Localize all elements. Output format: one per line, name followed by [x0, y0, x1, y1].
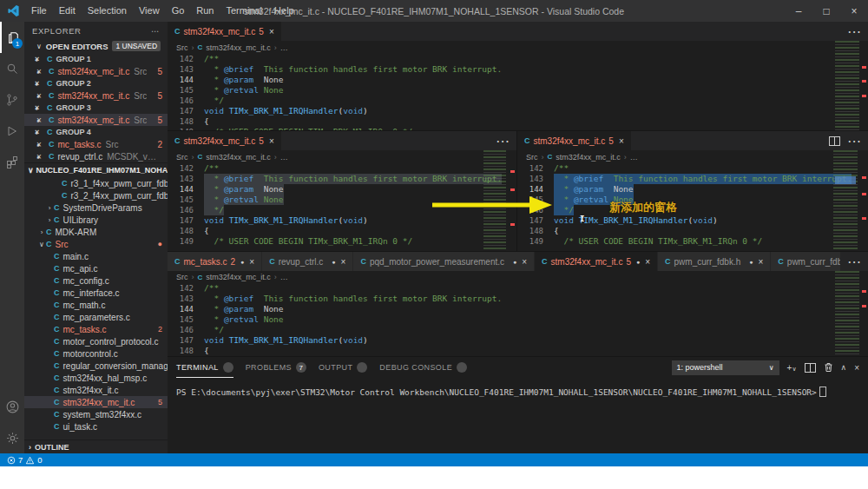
- code-line[interactable]: 148{: [168, 226, 516, 236]
- modified-dot-icon[interactable]: ●: [332, 259, 335, 265]
- tree-item[interactable]: › C SystemDriveParams: [24, 202, 168, 214]
- modified-dot-icon[interactable]: ●: [35, 105, 43, 111]
- code-line[interactable]: 142/**: [168, 283, 868, 294]
- menu-item[interactable]: Run: [190, 0, 220, 22]
- modified-dot-icon[interactable]: ●: [35, 81, 43, 87]
- terminal-output[interactable]: PS E:\documents\pyj\exer\STM32\Motor Con…: [168, 378, 868, 397]
- code-line[interactable]: 145 * @retval None: [168, 314, 868, 325]
- open-editor-item[interactable]: × ● C GROUP 3: [24, 102, 168, 114]
- modified-dot-icon[interactable]: ●: [35, 129, 43, 135]
- close-icon[interactable]: ×: [249, 257, 254, 267]
- menu-item[interactable]: Go: [166, 0, 191, 22]
- code-line[interactable]: 144 * @param None: [168, 75, 868, 85]
- sidebar-more-icon[interactable]: ⋯: [151, 26, 160, 36]
- split-editor-icon[interactable]: [829, 136, 840, 146]
- outline-section[interactable]: › OUTLINE: [24, 439, 168, 453]
- tree-item[interactable]: C mc_parameters.c: [24, 311, 168, 323]
- tree-item[interactable]: C r3_2_f4xx_pwm_curr_fdbk.c: [24, 189, 168, 202]
- modified-dot-icon[interactable]: ●: [36, 154, 45, 160]
- modified-dot-icon[interactable]: ●: [36, 69, 45, 75]
- code-line[interactable]: 144 * @param None: [517, 184, 868, 195]
- problems-status[interactable]: 7 0: [7, 455, 43, 465]
- open-editor-item[interactable]: × ● C revup_ctrl.c MCSDK_v5.4.4-Full...: [24, 150, 168, 162]
- editor-actions-icon[interactable]: ⋯: [847, 23, 861, 40]
- workspace-folder-header[interactable]: ∨ NUCLEO_F401RE_IHM07M1_NOHALL_1S...: [24, 162, 168, 177]
- code-line[interactable]: 147void TIMx_BRK_M1_IRQHandler(void): [168, 106, 868, 116]
- tree-item[interactable]: › C MDK-ARM: [24, 226, 168, 238]
- editor-tab[interactable]: C revup_ctrl.c ● ×: [262, 252, 353, 271]
- breadcrumb[interactable]: Src› C stm32f4xx_mc_it.c› …: [168, 41, 868, 54]
- code-line[interactable]: 147void TIMx_BRK_M1_IRQHandler(void): [168, 215, 516, 226]
- code-line[interactable]: 145 * @retval None: [168, 195, 516, 205]
- editor-actions-icon[interactable]: ⋯: [847, 254, 861, 270]
- search-icon[interactable]: [0, 53, 24, 84]
- open-editor-item[interactable]: × ● C stm32f4xx_mc_it.c Src 5: [24, 65, 168, 77]
- close-icon[interactable]: ×: [269, 136, 274, 146]
- menu-item[interactable]: File: [25, 0, 53, 22]
- code-line[interactable]: 144 * @param None: [168, 184, 516, 195]
- modified-dot-icon[interactable]: ●: [36, 93, 45, 99]
- close-icon[interactable]: ×: [269, 27, 274, 36]
- maximize-panel-icon[interactable]: ∧: [841, 363, 847, 372]
- code-line[interactable]: 145 * @retval None: [168, 85, 868, 96]
- minimap[interactable]: [835, 271, 859, 356]
- modified-dot-icon[interactable]: ●: [35, 56, 43, 63]
- tree-item[interactable]: C stm32f4xx_it.c: [24, 384, 168, 396]
- open-editor-item[interactable]: × ● C GROUP 2: [24, 77, 168, 89]
- minimap[interactable]: [833, 150, 858, 251]
- menu-item[interactable]: View: [133, 0, 166, 22]
- kill-terminal-icon[interactable]: [824, 362, 833, 373]
- code-line[interactable]: 146 */: [168, 325, 868, 335]
- code-editor[interactable]: 142/**143 * @brief This function handles…: [517, 163, 868, 247]
- new-terminal-icon[interactable]: +∨: [787, 363, 797, 373]
- tree-item[interactable]: C stm32f4xx_mc_it.c 5: [24, 396, 168, 408]
- close-panel-icon[interactable]: ×: [854, 363, 859, 373]
- code-line[interactable]: 144 * @param None: [168, 304, 868, 314]
- code-line[interactable]: 148{: [517, 226, 868, 236]
- panel-tab[interactable]: DEBUG CONSOLE: [379, 358, 467, 378]
- extensions-icon[interactable]: [0, 147, 24, 178]
- code-line[interactable]: 143 * @brief This function handles first…: [168, 294, 868, 304]
- code-line[interactable]: 147void TIMx_BRK_M1_IRQHandler(void): [517, 215, 868, 226]
- tree-item[interactable]: C mc_api.c: [24, 262, 168, 274]
- breadcrumb[interactable]: Src› C stm32f4xx_mc_it.c› …: [517, 150, 868, 163]
- tree-item[interactable]: › C UILibrary: [24, 214, 168, 226]
- tree-item[interactable]: C mc_interface.c: [24, 287, 168, 299]
- tab-stm32f4xx-mc-it[interactable]: C stm32f4xx_mc_it.c 5 ×: [168, 131, 282, 150]
- code-editor[interactable]: 142/**143 * @brief This function handles…: [168, 283, 868, 356]
- menu-item[interactable]: Selection: [82, 0, 133, 22]
- panel-tab[interactable]: TERMINAL: [176, 358, 233, 378]
- tree-item[interactable]: C system_stm32f4xx.c: [24, 408, 168, 420]
- code-line[interactable]: 142/**: [168, 54, 868, 64]
- close-window-button[interactable]: ×: [840, 0, 868, 22]
- code-editor[interactable]: 142/**143 * @brief This function handles…: [168, 54, 868, 130]
- modified-dot-icon[interactable]: ●: [749, 259, 753, 265]
- panel-tab[interactable]: OUTPUT: [319, 358, 367, 378]
- tree-item[interactable]: C mc_config.c: [24, 274, 168, 287]
- editor-tab[interactable]: C mc_tasks.c 2 ● ×: [168, 252, 262, 271]
- close-icon[interactable]: ×: [619, 136, 624, 146]
- tree-item[interactable]: C ui_task.c: [24, 420, 168, 433]
- tree-item[interactable]: C motorcontrol.c: [24, 347, 168, 360]
- close-icon[interactable]: ×: [758, 257, 763, 267]
- tree-item[interactable]: C main.c: [24, 250, 168, 262]
- open-editor-item[interactable]: × ● C stm32f4xx_mc_it.c Src 5: [24, 114, 168, 126]
- modified-dot-icon[interactable]: ●: [36, 142, 45, 148]
- open-editor-item[interactable]: × ● C stm32f4xx_mc_it.c Src 5: [24, 89, 168, 102]
- editor-tab[interactable]: C pqd_motor_power_measurement.c ● ×: [353, 252, 535, 271]
- source-control-icon[interactable]: [0, 84, 24, 116]
- code-line[interactable]: 145 * @retval None: [517, 195, 868, 205]
- editor-actions-icon[interactable]: ⋯: [496, 133, 510, 149]
- minimap[interactable]: [835, 41, 859, 130]
- code-line[interactable]: 142/**: [517, 163, 868, 174]
- tree-item[interactable]: ∨ C Src ●: [24, 238, 168, 250]
- tree-item[interactable]: C mc_math.c: [24, 299, 168, 311]
- tree-item[interactable]: C stm32f4xx_hal_msp.c: [24, 372, 168, 384]
- tab-stm32f4xx-mc-it[interactable]: C stm32f4xx_mc_it.c 5 ×: [517, 131, 632, 150]
- code-line[interactable]: 142/**: [168, 163, 516, 174]
- open-editor-item[interactable]: × ● C GROUP 1: [24, 53, 168, 65]
- overview-ruler[interactable]: [859, 271, 868, 356]
- open-editors-header[interactable]: ∨ OPEN EDITORS 1 UNSAVED: [24, 39, 168, 53]
- menu-item[interactable]: Edit: [53, 0, 82, 22]
- maximize-button[interactable]: □: [812, 0, 840, 22]
